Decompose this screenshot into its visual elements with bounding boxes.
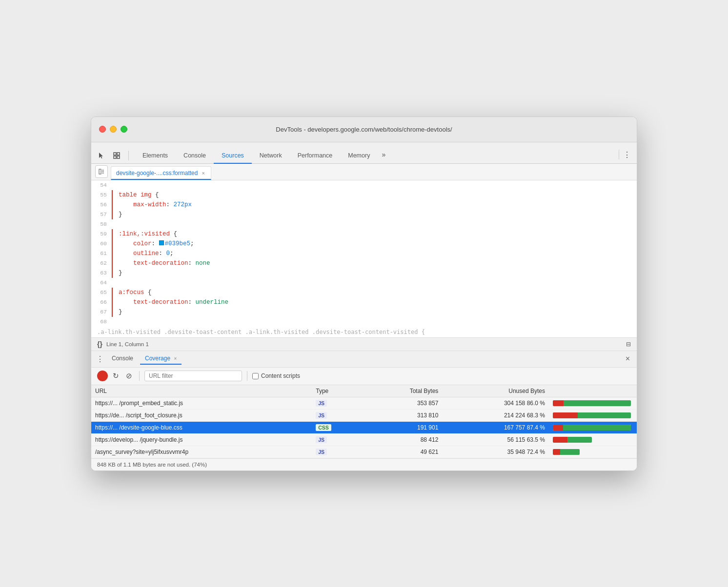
tab-memory[interactable]: Memory bbox=[340, 148, 378, 164]
record-button[interactable] bbox=[97, 371, 108, 381]
col-header-bar bbox=[549, 385, 637, 397]
row-url: /async_survey?site=ylj5ifxusvvmr4p bbox=[91, 446, 312, 458]
code-line-67: 67 } bbox=[91, 307, 637, 317]
line-num-55: 55 bbox=[91, 190, 113, 200]
code-line-66: 66 text-decoration: underline bbox=[91, 297, 637, 307]
type-badge-js: JS bbox=[316, 436, 327, 443]
table-header-row: URL Type Total Bytes Unused Bytes bbox=[91, 385, 637, 397]
type-badge-js: JS bbox=[316, 449, 327, 455]
row-unused: 56 115 63.5 % bbox=[442, 433, 549, 446]
file-tab-label: devsite-google-....css:formatted bbox=[116, 170, 198, 176]
line-num-60: 60 bbox=[91, 239, 113, 249]
window-title: DevTools - developers.google.com/web/too… bbox=[276, 126, 452, 133]
url-filter-input[interactable] bbox=[144, 371, 242, 381]
row-type: CSS bbox=[312, 421, 363, 433]
line-num-56: 56 bbox=[91, 200, 113, 210]
line-num-58: 58 bbox=[91, 219, 113, 229]
line-content-63: } bbox=[113, 268, 637, 278]
statusbar-braces-icon: {} bbox=[97, 340, 102, 348]
coverage-bar bbox=[553, 437, 592, 443]
more-tabs-button[interactable]: » bbox=[378, 147, 389, 162]
toolbar-divider bbox=[139, 371, 140, 381]
content-scripts-text: Content scripts bbox=[261, 372, 300, 379]
tab-coverage[interactable]: Coverage × bbox=[140, 353, 182, 365]
table-row[interactable]: https://de... /script_foot_closure.js JS… bbox=[91, 409, 637, 421]
close-traffic-light[interactable] bbox=[99, 126, 106, 133]
row-unused: 167 757 87.4 % bbox=[442, 421, 549, 433]
tabbar-left-icons bbox=[95, 151, 131, 163]
coverage-tab-close[interactable]: × bbox=[174, 356, 177, 361]
bottom-tabbar: ⋮ Console Coverage × × bbox=[91, 351, 637, 368]
bar-used bbox=[553, 437, 567, 443]
row-unused: 304 158 86.0 % bbox=[442, 397, 549, 409]
row-unused: 214 224 68.3 % bbox=[442, 409, 549, 421]
statusbar-position: Line 1, Column 1 bbox=[106, 341, 149, 347]
content-scripts-checkbox[interactable] bbox=[252, 373, 259, 379]
cursor-icon[interactable] bbox=[95, 151, 107, 160]
tab-performance[interactable]: Performance bbox=[290, 148, 341, 164]
bottom-panel-close-button[interactable]: × bbox=[623, 353, 633, 364]
maximize-traffic-light[interactable] bbox=[121, 126, 127, 133]
coverage-footer: 848 KB of 1.1 MB bytes are not used. (74… bbox=[91, 458, 637, 470]
filetab-toggle-icon[interactable] bbox=[95, 165, 108, 178]
code-line-64: 64 bbox=[91, 278, 637, 288]
row-bar bbox=[549, 433, 637, 446]
line-content-59: :link,:visited { bbox=[113, 229, 637, 239]
line-num-59: 59 bbox=[91, 229, 113, 239]
devtools-window: DevTools - developers.google.com/web/too… bbox=[91, 117, 637, 471]
line-content-66: text-decoration: underline bbox=[113, 297, 637, 307]
refresh-button[interactable]: ↻ bbox=[111, 371, 121, 381]
file-tab-close[interactable]: × bbox=[201, 170, 205, 176]
color-swatch[interactable] bbox=[159, 240, 164, 245]
statusbar-scroll-icon[interactable]: ⊟ bbox=[626, 341, 631, 348]
code-line-61: 61 outline: 0; bbox=[91, 249, 637, 258]
bar-unused bbox=[560, 449, 580, 455]
truncated-code-line: .a-link.th-visited .devsite-toast-conten… bbox=[91, 327, 637, 337]
tabbar-right-divider bbox=[619, 150, 619, 159]
table-row-selected[interactable]: https://... /devsite-google-blue.css CSS… bbox=[91, 421, 637, 433]
tab-console[interactable]: Console bbox=[176, 148, 214, 164]
block-button[interactable]: ⊘ bbox=[124, 371, 134, 381]
row-type: JS bbox=[312, 409, 363, 421]
row-total: 49 621 bbox=[363, 446, 442, 458]
coverage-table: URL Type Total Bytes Unused Bytes https:… bbox=[91, 385, 637, 458]
bottom-more-icon[interactable]: ⋮ bbox=[95, 354, 105, 364]
tab-console-bottom[interactable]: Console bbox=[107, 353, 138, 365]
type-badge-js: JS bbox=[316, 412, 327, 419]
line-num-54: 54 bbox=[91, 180, 113, 190]
code-editor[interactable]: 54 55 table img { 56 max-width: 272px 57… bbox=[91, 180, 637, 337]
row-type: JS bbox=[312, 446, 363, 458]
row-bar bbox=[549, 409, 637, 421]
table-row[interactable]: https://... /prompt_embed_static.js JS 3… bbox=[91, 397, 637, 409]
line-content-62: text-decoration: none bbox=[113, 258, 637, 268]
coverage-tab-label: Coverage bbox=[145, 355, 170, 362]
table-row[interactable]: https://develop... /jquery-bundle.js JS … bbox=[91, 433, 637, 446]
row-bar bbox=[549, 421, 637, 433]
row-url: https://de... /script_foot_closure.js bbox=[91, 409, 312, 421]
devtools-menu-icon[interactable]: ⋮ bbox=[621, 149, 633, 160]
line-num-64: 64 bbox=[91, 278, 113, 288]
line-num-68: 68 bbox=[91, 317, 113, 327]
minimize-traffic-light[interactable] bbox=[110, 126, 117, 133]
tab-sources[interactable]: Sources bbox=[214, 148, 252, 164]
bar-used bbox=[553, 400, 564, 406]
code-line-68: 68 bbox=[91, 317, 637, 327]
table-row[interactable]: /async_survey?site=ylj5ifxusvvmr4p JS 49… bbox=[91, 446, 637, 458]
line-num-67: 67 bbox=[91, 307, 113, 317]
row-total: 88 412 bbox=[363, 433, 442, 446]
inspect-icon[interactable] bbox=[111, 151, 122, 160]
type-badge-js: JS bbox=[316, 400, 327, 407]
code-line-59: 59 :link,:visited { bbox=[91, 229, 637, 239]
line-num-65: 65 bbox=[91, 288, 113, 297]
coverage-bar bbox=[553, 425, 631, 430]
tab-network[interactable]: Network bbox=[252, 148, 290, 164]
tab-elements[interactable]: Elements bbox=[135, 148, 176, 164]
titlebar: DevTools - developers.google.com/web/too… bbox=[91, 117, 637, 142]
tabbar-right: ⋮ bbox=[617, 149, 633, 163]
row-bar bbox=[549, 446, 637, 458]
file-tab-css[interactable]: devsite-google-....css:formatted × bbox=[111, 166, 211, 180]
bottom-panel: ⋮ Console Coverage × × ↻ ⊘ Content scrip… bbox=[91, 351, 637, 470]
svg-rect-4 bbox=[99, 169, 101, 174]
content-scripts-label[interactable]: Content scripts bbox=[252, 372, 300, 379]
line-content-60: color: #039be5; bbox=[113, 239, 637, 249]
